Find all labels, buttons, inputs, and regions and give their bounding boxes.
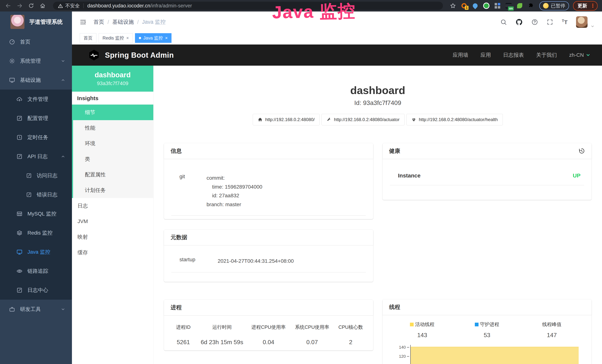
sidebar-item-config-manage[interactable]: 配置管理 xyxy=(0,109,72,128)
nav-item-scheduled-tasks[interactable]: 计划任务 xyxy=(73,182,153,198)
home-icon xyxy=(258,117,263,122)
insights-group: 细节 性能 环境 类 配置属性 计划任务 xyxy=(72,105,153,198)
sba-nav-about[interactable]: 关于我们 xyxy=(536,52,557,59)
close-icon[interactable]: × xyxy=(126,35,129,41)
threads-legend: 活动线程 143 守护进程 53 线程峰值 xyxy=(390,321,584,339)
address-bar[interactable]: 不安全 dashboard.yudao.iocoder.cn/infra/adm… xyxy=(53,2,443,10)
app-logo[interactable]: 芋道管理系统 xyxy=(0,11,72,32)
close-icon[interactable]: × xyxy=(165,35,168,41)
extension-pin-icon[interactable] xyxy=(472,2,479,10)
font-size-icon[interactable]: TT xyxy=(562,19,568,25)
sidebar-item-error-log[interactable]: 错误日志 xyxy=(0,185,72,204)
sidebar-item-system-manage[interactable]: 系统管理 xyxy=(0,51,72,70)
sidebar-item-home[interactable]: 首页 xyxy=(0,32,72,51)
metadata-card-title: 元数据 xyxy=(171,234,187,241)
search-icon[interactable] xyxy=(500,19,507,25)
extension-colorpicker-icon[interactable]: 1 xyxy=(460,2,468,10)
sba-nav-wall[interactable]: 应用墙 xyxy=(453,52,468,59)
forward-icon[interactable] xyxy=(16,2,23,10)
update-button[interactable]: 更新 ⋮ xyxy=(573,1,598,11)
extension-y-icon[interactable] xyxy=(483,2,490,10)
spring-boot-admin-logo[interactable] xyxy=(88,49,100,61)
warning-icon xyxy=(58,3,63,9)
extension-grid-icon[interactable] xyxy=(494,2,501,10)
user-avatar[interactable] xyxy=(576,16,588,28)
sidebar-item-trace[interactable]: 链路追踪 xyxy=(0,261,72,280)
status-badge: UP xyxy=(573,172,580,179)
sidebar-item-redis-monitor[interactable]: Redis 监控 xyxy=(0,223,72,242)
sidebar-item-file-manage[interactable]: 文件管理 xyxy=(0,90,72,109)
actuator-url-button[interactable]: http://192.168.0.2:48080/actuator xyxy=(322,114,405,125)
back-icon[interactable] xyxy=(4,2,12,10)
gear-icon xyxy=(9,58,15,64)
sidebar-item-access-log[interactable]: 访问日志 xyxy=(0,166,72,185)
nav-item-performance[interactable]: 性能 xyxy=(73,120,153,136)
cloud-upload-icon xyxy=(16,96,23,102)
breadcrumb-separator xyxy=(108,19,109,25)
sidebar-item-infrastructure[interactable]: 基础设施 xyxy=(0,70,72,90)
breadcrumb-section[interactable]: 基础设施 xyxy=(112,18,134,26)
history-icon[interactable] xyxy=(578,148,585,154)
sidebar-item-dev-tools[interactable]: 研发工具 xyxy=(0,300,72,319)
sidebar-item-mysql-monitor[interactable]: MySQL 监控 xyxy=(0,204,72,223)
sidebar-item-api-log[interactable]: API 日志 xyxy=(0,147,72,166)
fullscreen-icon[interactable] xyxy=(547,19,553,25)
briefcase-icon xyxy=(9,306,15,312)
sidebar-item-java-monitor[interactable]: Java 监控 xyxy=(0,242,72,261)
sidebar-item-log-center[interactable]: 日志中心 xyxy=(0,280,72,300)
process-table: 进程ID 运行时间 进程CPU使用率 系统CPU使用率 CPU核心数 5261 … xyxy=(170,324,368,346)
nav-item-environment[interactable]: 环境 xyxy=(73,136,153,151)
locale-select[interactable]: zh-CN xyxy=(569,52,591,58)
chevron-down-icon xyxy=(61,59,65,63)
hamburger-icon[interactable] xyxy=(79,18,87,26)
reload-icon[interactable] xyxy=(27,2,35,10)
security-label[interactable]: 不安全 xyxy=(65,3,80,9)
health-card: 健康 Instance UP xyxy=(383,143,592,200)
sba-brand-title[interactable]: Spring Boot Admin xyxy=(105,51,174,59)
instance-header[interactable]: dashboard 93a3fc7f7409 xyxy=(72,66,153,92)
browser-menu-icon[interactable]: ⋮ xyxy=(590,4,595,8)
breadcrumb-home[interactable]: 首页 xyxy=(93,18,104,26)
app-sidebar: 芋道管理系统 首页 系统管理 基础设施 文件管理 配置管理 定时任务 API 日… xyxy=(0,11,72,364)
nav-item-jvm[interactable]: JVM xyxy=(72,214,153,229)
tab-java-monitor[interactable]: Java 监控 × xyxy=(135,33,172,43)
tag-views-bar: 首页 Redis 监控 × Java 监控 × xyxy=(72,33,602,44)
nav-item-classes[interactable]: 类 xyxy=(73,151,153,167)
log-icon xyxy=(26,192,32,198)
sba-nav-journal[interactable]: 日志报表 xyxy=(503,52,524,59)
bookmark-star-icon[interactable] xyxy=(449,2,457,10)
paused-extension-badge[interactable]: 已暂停 xyxy=(539,1,569,11)
app-title: 芋道管理系统 xyxy=(29,18,63,26)
help-icon[interactable] xyxy=(531,19,538,25)
home-icon[interactable] xyxy=(39,2,46,10)
chevron-down-icon xyxy=(586,53,591,57)
nav-item-mappings[interactable]: 映射 xyxy=(72,229,153,245)
info-git-row: git commit: time: 1596289704000 id: 27aa… xyxy=(171,173,366,216)
nav-item-details[interactable]: 细节 xyxy=(72,105,153,120)
instance-url-button[interactable]: http://192.168.0.2:48080/ xyxy=(253,114,320,125)
nav-item-config-props[interactable]: 配置属性 xyxy=(73,167,153,182)
active-threads-area xyxy=(411,347,579,364)
github-icon[interactable] xyxy=(516,18,523,26)
instance-sidebar: dashboard 93a3fc7f7409 Insights 细节 性能 环境… xyxy=(72,66,153,364)
table-icon xyxy=(16,211,23,217)
page-title: dashboard xyxy=(153,84,602,96)
chevron-down-icon xyxy=(61,307,65,311)
breadcrumb-separator xyxy=(137,19,139,25)
health-url-button[interactable]: http://192.168.0.2:48080/actuator/health xyxy=(406,114,503,125)
nav-item-logs[interactable]: 日志 xyxy=(72,198,153,214)
metadata-startup-row: startup 2021-04-27T00:44:31.254+08:00 xyxy=(171,257,366,272)
extension-leaf-icon[interactable] xyxy=(516,2,523,10)
sba-nav-applications[interactable]: 应用 xyxy=(481,52,491,59)
extension-tampermonkey-icon[interactable]: on xyxy=(505,2,512,10)
edit-icon xyxy=(16,115,23,121)
health-card-title: 健康 xyxy=(389,147,400,155)
tab-redis-monitor[interactable]: Redis 监控 × xyxy=(99,33,133,43)
heartbeat-icon xyxy=(411,117,416,122)
sidebar-item-scheduled-jobs[interactable]: 定时任务 xyxy=(0,128,72,147)
nav-item-caches[interactable]: 缓存 xyxy=(72,245,153,260)
instance-content: dashboard Id: 93a3fc7f7409 http://192.16… xyxy=(153,66,602,364)
tab-home[interactable]: 首页 xyxy=(80,33,97,43)
extensions-puzzle-icon[interactable] xyxy=(527,2,535,10)
threads-chart: 140 120 100 xyxy=(390,345,584,364)
